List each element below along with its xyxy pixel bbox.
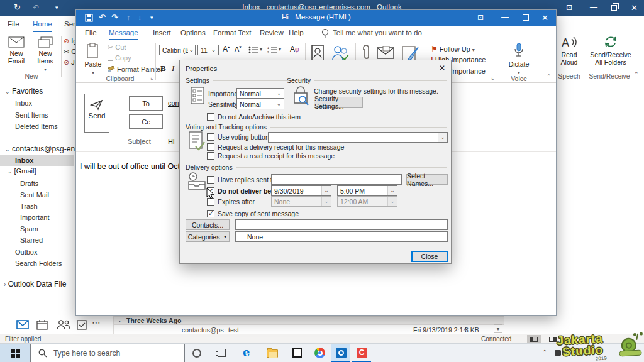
tab-file[interactable]: File — [8, 20, 19, 28]
clipboard-dialog-launcher-icon[interactable]: ⌞ — [150, 74, 153, 80]
sidebar-item-gmail[interactable]: ⌄ [Gmail] — [8, 167, 36, 175]
tab-options[interactable]: Options — [180, 29, 206, 36]
follow-up-button[interactable]: ⚑ Follow Up ▾ — [431, 45, 475, 53]
ribbon-display-options-icon[interactable]: ⊡ — [566, 4, 572, 11]
delivery-receipt-row[interactable]: Request a delivery receipt for this mess… — [207, 143, 344, 151]
bold-button[interactable]: B — [160, 63, 166, 74]
tab-home[interactable]: Home — [33, 20, 52, 32]
sidebar-item-drafts[interactable]: Drafts — [20, 180, 38, 187]
task-view-icon[interactable] — [218, 349, 226, 357]
font-name-select[interactable]: Calibri (Boc⌄ — [159, 45, 196, 55]
tell-me-box[interactable]: Tell me what you want to do — [333, 29, 422, 36]
categories-button[interactable]: Categories ▼ — [186, 231, 230, 242]
collapse-ribbon-icon[interactable]: ⌃ — [547, 74, 552, 80]
file-explorer-icon[interactable] — [267, 349, 278, 358]
font-size-select[interactable]: 11⌄ — [197, 45, 219, 55]
close-button[interactable]: Close — [411, 251, 448, 262]
paste-button[interactable]: Paste ▾ — [81, 43, 105, 75]
previous-item-icon[interactable]: ↑ — [126, 14, 130, 21]
sidebar-item-sent-mail[interactable]: Sent Mail — [20, 191, 49, 199]
new-items-button[interactable]: New Items ▾ — [31, 35, 59, 74]
dialog-close-icon[interactable]: ✕ — [439, 63, 445, 72]
send-receive-all-button[interactable]: Send/Receive All Folders — [586, 35, 635, 66]
taskbar-search[interactable] — [30, 344, 185, 362]
sidebar-item-trash[interactable]: Trash — [20, 202, 38, 210]
edge-icon[interactable]: e — [243, 346, 250, 359]
more-modules-icon[interactable]: ⋯ — [92, 317, 101, 327]
sidebar-item-inbox-selected[interactable]: Inbox — [0, 155, 74, 166]
cortana-icon[interactable] — [192, 349, 201, 358]
list-group-header[interactable]: ⌄ Three Weeks Ago — [114, 316, 504, 325]
sidebar-item-spam[interactable]: Spam — [20, 225, 38, 233]
list-row-subject[interactable]: test — [228, 326, 239, 334]
italic-button[interactable]: I — [172, 63, 174, 74]
undo-icon[interactable]: ↶ — [99, 13, 106, 21]
expires-time-select[interactable]: 12:00 AM⌄ — [337, 196, 397, 207]
attach-item-icon[interactable] — [377, 46, 396, 60]
sidebar-item-important[interactable]: Important — [20, 214, 49, 221]
qat-customize-icon[interactable]: ▾ — [150, 15, 153, 21]
sidebar-item-starred[interactable]: Starred — [20, 236, 43, 244]
replies-to-field[interactable] — [271, 174, 402, 185]
new-email-button[interactable]: New Email — [4, 35, 29, 74]
read-receipt-row[interactable]: Request a read receipt for this message — [207, 152, 335, 160]
save-copy-checkbox[interactable] — [207, 210, 214, 217]
dictate-button[interactable]: Dictate ▾ — [505, 43, 533, 75]
bullets-icon[interactable] — [248, 46, 258, 53]
sidebar-item-search-folders[interactable]: Search Folders — [15, 260, 62, 267]
deliver-time-select[interactable]: 5:00 PM⌄ — [337, 185, 397, 196]
redo-icon[interactable]: ↷ — [111, 13, 118, 21]
sidebar-item-fav-deleted[interactable]: Deleted Items — [15, 123, 58, 130]
mail-module-icon[interactable] — [16, 320, 29, 329]
save-copy-row[interactable]: Save copy of sent message — [207, 210, 299, 217]
microsoft-store-icon[interactable] — [292, 348, 302, 358]
autoarchive-checkbox[interactable] — [207, 113, 214, 121]
sidebar-item-outbox[interactable]: Outbox — [15, 248, 37, 256]
copy-button[interactable]: Copy — [108, 54, 131, 62]
collapse-ribbon-icon[interactable]: ⌃ — [634, 71, 639, 77]
delivery-receipt-checkbox[interactable] — [207, 143, 214, 151]
minimize-button[interactable]: — — [590, 3, 597, 11]
next-item-icon[interactable]: ↓ — [138, 14, 142, 21]
view-normal-button[interactable] — [527, 335, 541, 343]
account-header[interactable]: ⌄ contactus@psg-ente — [5, 145, 81, 153]
tab-help[interactable]: Help — [289, 29, 304, 36]
message-titlebar[interactable]: ↶ ↷ ↑ ↓ ▾ Hi - Message (HTML) ⊡ — ✕ — [76, 10, 556, 26]
expires-date-select[interactable]: None⌄ — [271, 196, 331, 207]
chrome-icon[interactable] — [314, 348, 325, 358]
qat-customize-icon[interactable]: ▾ — [55, 5, 58, 11]
to-button[interactable]: To — [129, 96, 163, 111]
close-button[interactable]: ✕ — [541, 14, 548, 22]
select-names-button[interactable]: Select Names... — [406, 174, 448, 185]
sensitivity-select[interactable]: Normal⌄ — [236, 99, 284, 109]
use-voting-checkbox[interactable] — [207, 133, 214, 141]
grow-font-icon[interactable]: A▴ — [223, 45, 230, 53]
cc-button[interactable]: Cc — [129, 114, 163, 129]
shrink-font-icon[interactable]: A▾ — [235, 45, 242, 53]
bullets-chevron-icon[interactable]: ▾ — [260, 47, 262, 52]
sidebar-item-fav-sent[interactable]: Sent Items — [15, 111, 48, 119]
save-icon[interactable] — [85, 14, 93, 22]
start-button[interactable] — [0, 344, 30, 362]
tab-insert[interactable]: Insert — [153, 29, 171, 36]
deliver-date-select[interactable]: 9/30/2019⌄ — [271, 185, 331, 196]
calendar-module-icon[interactable] — [36, 319, 48, 330]
tab-review[interactable]: Review — [260, 29, 284, 36]
security-settings-button[interactable]: Security Settings... — [314, 97, 363, 108]
close-button[interactable]: ✕ — [631, 4, 638, 12]
people-module-icon[interactable] — [57, 319, 70, 330]
send-button[interactable]: Send — [84, 94, 109, 133]
tags-dialog-launcher-icon[interactable]: ⌞ — [491, 74, 494, 80]
numbering-icon[interactable]: 12 — [267, 46, 277, 53]
numbering-chevron-icon[interactable]: ▾ — [279, 47, 281, 52]
contacts-field[interactable] — [235, 219, 448, 230]
contacts-button[interactable]: Contacts... — [186, 219, 230, 230]
tasks-module-icon[interactable] — [77, 319, 87, 330]
minimize-button[interactable]: — — [501, 13, 509, 21]
clear-formatting-icon[interactable]: Aφ — [290, 45, 299, 53]
have-replies-row[interactable]: Have replies sent to — [207, 176, 276, 184]
favorites-header[interactable]: ⌄ Favorites — [5, 87, 43, 96]
importance-select[interactable]: Normal⌄ — [236, 88, 284, 99]
read-aloud-button[interactable]: A Read Aloud — [557, 35, 582, 66]
send-receive-icon[interactable]: ↻ — [14, 3, 21, 11]
